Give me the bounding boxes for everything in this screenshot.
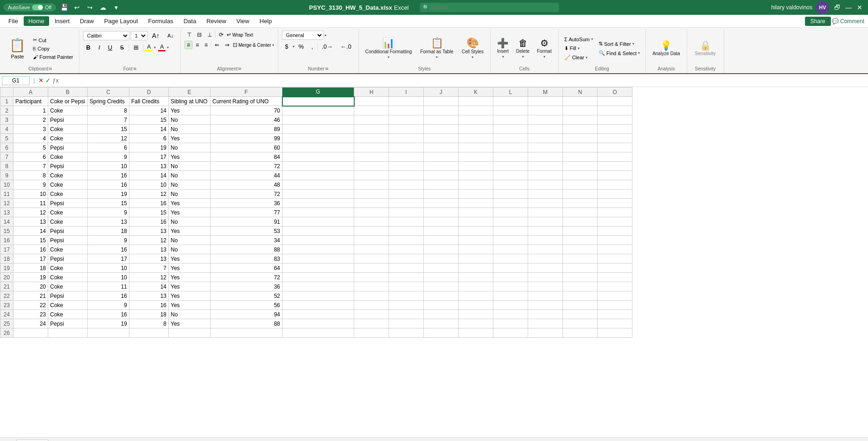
cell-I21[interactable]: [389, 282, 424, 291]
cell-B4[interactable]: Coke: [48, 125, 88, 134]
save-icon[interactable]: 💾: [59, 3, 69, 12]
cell-L6[interactable]: [493, 143, 528, 152]
cell-G10[interactable]: [282, 180, 354, 189]
cell-K24[interactable]: [459, 310, 493, 319]
cell-F15[interactable]: 53: [211, 227, 282, 236]
cell-G5[interactable]: [282, 134, 354, 143]
cell-C23[interactable]: 9: [88, 301, 129, 310]
cell-I25[interactable]: [389, 319, 424, 328]
autosum-dropdown-icon[interactable]: ▾: [591, 37, 593, 41]
cell-O2[interactable]: [598, 106, 632, 115]
cell-H3[interactable]: [354, 115, 389, 125]
cell-B11[interactable]: Coke: [48, 189, 88, 199]
increase-decimal-button[interactable]: .0→: [319, 42, 336, 51]
cell-K8[interactable]: [459, 162, 493, 171]
cell-J12[interactable]: [424, 199, 459, 208]
cell-F9[interactable]: 44: [211, 171, 282, 180]
cell-K21[interactable]: [459, 282, 493, 291]
cell-F19[interactable]: 64: [211, 264, 282, 273]
cell-F8[interactable]: 72: [211, 162, 282, 171]
cell-G14[interactable]: [282, 217, 354, 227]
cell-A19[interactable]: 18: [13, 264, 48, 273]
cell-L17[interactable]: [493, 245, 528, 254]
font-size-select[interactable]: 12: [131, 31, 147, 40]
cell-J17[interactable]: [424, 245, 459, 254]
cell-C16[interactable]: 9: [88, 236, 129, 245]
cell-D6[interactable]: 19: [129, 143, 169, 152]
cell-B16[interactable]: Pepsi: [48, 236, 88, 245]
comment-button[interactable]: 💬 Comment: [832, 18, 864, 25]
cell-D11[interactable]: 12: [129, 189, 169, 199]
cell-K9[interactable]: [459, 171, 493, 180]
cell-J15[interactable]: [424, 227, 459, 236]
cell-E22[interactable]: Yes: [169, 291, 211, 301]
cell-G2[interactable]: [282, 106, 354, 115]
cell-M25[interactable]: [528, 319, 563, 328]
cell-A10[interactable]: 9: [13, 180, 48, 189]
cell-H6[interactable]: [354, 143, 389, 152]
cell-J5[interactable]: [424, 134, 459, 143]
cell-K26[interactable]: [459, 328, 493, 338]
cell-C7[interactable]: 9: [88, 152, 129, 162]
cell-D19[interactable]: 7: [129, 264, 169, 273]
cell-L24[interactable]: [493, 310, 528, 319]
menu-home[interactable]: Home: [24, 16, 49, 26]
cell-C24[interactable]: 16: [88, 310, 129, 319]
cell-O21[interactable]: [598, 282, 632, 291]
cell-L12[interactable]: [493, 199, 528, 208]
cell-D26[interactable]: [129, 328, 169, 338]
fill-dropdown-icon[interactable]: ▾: [578, 46, 580, 50]
cell-H5[interactable]: [354, 134, 389, 143]
cell-M12[interactable]: [528, 199, 563, 208]
cell-H16[interactable]: [354, 236, 389, 245]
find-select-dropdown-icon[interactable]: ▾: [638, 51, 640, 55]
cell-G23[interactable]: [282, 301, 354, 310]
cell-B15[interactable]: Pepsi: [48, 227, 88, 236]
cell-H17[interactable]: [354, 245, 389, 254]
col-header-M[interactable]: M: [528, 88, 563, 97]
cell-D25[interactable]: 8: [129, 319, 169, 328]
cell-A22[interactable]: 21: [13, 291, 48, 301]
cell-F10[interactable]: 48: [211, 180, 282, 189]
cell-M2[interactable]: [528, 106, 563, 115]
cell-J11[interactable]: [424, 189, 459, 199]
cell-I8[interactable]: [389, 162, 424, 171]
cell-A8[interactable]: 7: [13, 162, 48, 171]
cell-L11[interactable]: [493, 189, 528, 199]
menu-help[interactable]: Help: [255, 16, 277, 26]
cell-A1[interactable]: Participant: [13, 97, 48, 106]
cell-L26[interactable]: [493, 328, 528, 338]
cell-B18[interactable]: Pepsi: [48, 254, 88, 264]
cell-M26[interactable]: [528, 328, 563, 338]
formula-cancel-icon[interactable]: ✕: [38, 77, 44, 84]
cell-A13[interactable]: 12: [13, 208, 48, 217]
cell-F21[interactable]: 36: [211, 282, 282, 291]
paste-button[interactable]: 📋 Paste: [6, 36, 29, 61]
cell-A11[interactable]: 10: [13, 189, 48, 199]
cell-E19[interactable]: Yes: [169, 264, 211, 273]
cell-O22[interactable]: [598, 291, 632, 301]
cell-O7[interactable]: [598, 152, 632, 162]
cell-F14[interactable]: 91: [211, 217, 282, 227]
sort-filter-button[interactable]: ⇅ Sort & Filter ▾: [597, 40, 642, 48]
cell-K22[interactable]: [459, 291, 493, 301]
autosave-toggle[interactable]: [32, 5, 43, 10]
cell-G18[interactable]: [282, 254, 354, 264]
cell-G25[interactable]: [282, 319, 354, 328]
cell-H15[interactable]: [354, 227, 389, 236]
text-angle-button[interactable]: ⟳: [217, 31, 226, 39]
cell-B12[interactable]: Pepsi: [48, 199, 88, 208]
cell-E12[interactable]: Yes: [169, 199, 211, 208]
cell-J8[interactable]: [424, 162, 459, 171]
cell-L9[interactable]: [493, 171, 528, 180]
cell-K2[interactable]: [459, 106, 493, 115]
cell-A18[interactable]: 17: [13, 254, 48, 264]
cell-N24[interactable]: [563, 310, 598, 319]
cell-I2[interactable]: [389, 106, 424, 115]
cell-F3[interactable]: 46: [211, 115, 282, 125]
cell-N5[interactable]: [563, 134, 598, 143]
cell-K16[interactable]: [459, 236, 493, 245]
cell-H25[interactable]: [354, 319, 389, 328]
cell-N22[interactable]: [563, 291, 598, 301]
cell-B19[interactable]: Coke: [48, 264, 88, 273]
